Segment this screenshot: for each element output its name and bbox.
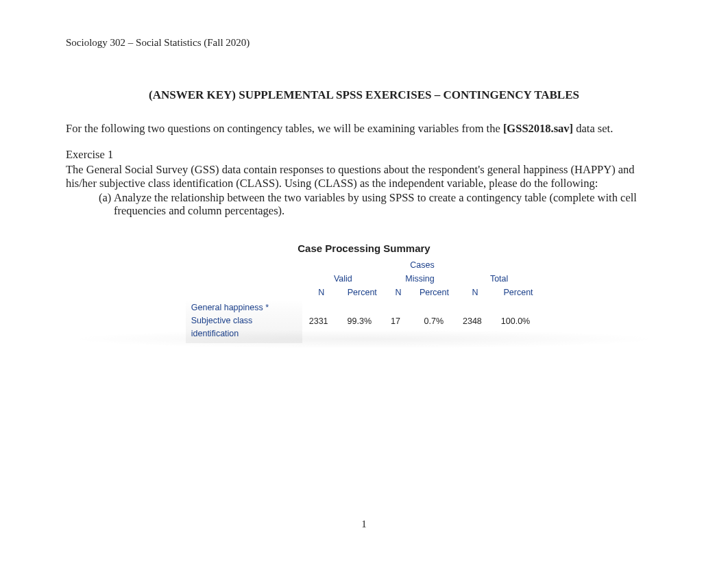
col-n: N [456,286,494,299]
item-text: Analyze the relationship between the two… [114,192,662,218]
document-title: (ANSWER KEY) SUPPLEMENTAL SPSS EXERCISES… [66,88,662,102]
intro-pre: For the following two questions on conti… [66,122,503,135]
dataset-name: [GSS2018.sav] [503,122,573,135]
exercise-sublist: (a) Analyze the relationship between the… [66,192,662,218]
exercise-body: The General Social Survey (GSS) data con… [66,163,662,190]
valid-n: 2331 [302,299,341,343]
course-title: Sociology 302 – Social Statistics (Fall … [66,37,662,49]
missing-n: 17 [384,299,413,343]
col-n: N [384,286,413,299]
item-marker: (a) [99,192,114,218]
missing-pct: 0.7% [413,299,456,343]
col-n: N [302,286,341,299]
col-group-total: Total [456,272,542,286]
table-corner [186,258,302,299]
table-super-header: Cases [302,258,542,272]
case-processing-table: Cases Valid Missing Total N Percent N Pe… [186,258,542,343]
exercise-item-a: (a) Analyze the relationship between the… [99,192,662,218]
intro-post: data set. [573,122,613,135]
col-group-valid: Valid [302,272,384,286]
col-percent: Percent [413,286,456,299]
col-percent: Percent [494,286,542,299]
table-row: General happiness * Subjective class ide… [186,299,542,343]
col-percent: Percent [341,286,384,299]
exercise-heading: Exercise 1 [66,148,662,162]
total-n: 2348 [456,299,494,343]
intro-paragraph: For the following two questions on conti… [66,123,662,136]
row-label: General happiness * Subjective class ide… [186,299,302,343]
col-group-missing: Missing [384,272,456,286]
total-pct: 100.0% [494,299,542,343]
table-title: Case Processing Summary [66,242,662,254]
valid-pct: 99.3% [341,299,384,343]
page-number: 1 [0,518,728,530]
